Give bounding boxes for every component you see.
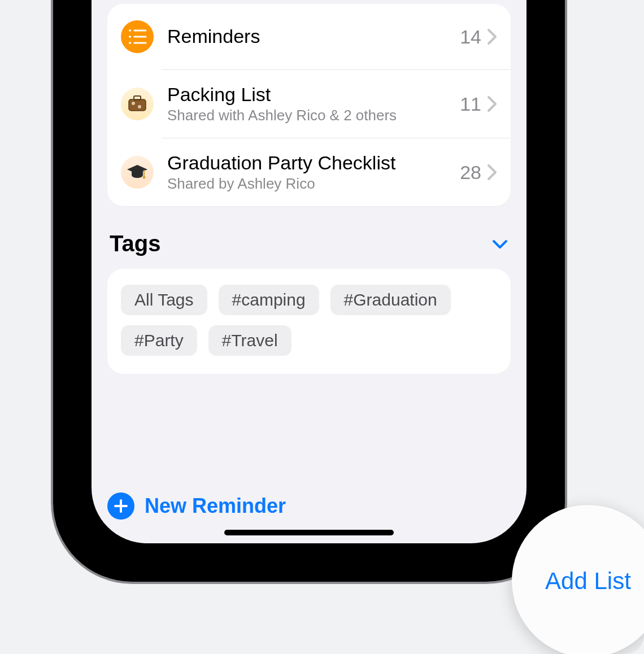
section-title-tags: Tags <box>110 231 160 256</box>
list-row-texts: Packing List Shared with Ashley Rico & 2… <box>167 84 460 124</box>
my-lists-card: Reminders 14 <box>107 4 511 206</box>
list-subtitle: Shared with Ashley Rico & 2 others <box>167 107 460 124</box>
tag-pill[interactable]: #Graduation <box>330 285 451 315</box>
new-reminder-button[interactable]: New Reminder <box>107 492 286 520</box>
tag-pill[interactable]: #Party <box>121 325 197 356</box>
tag-pill[interactable]: #camping <box>219 285 319 315</box>
tags-card: All Tags #camping #Graduation #Party #Tr… <box>107 269 511 374</box>
svg-point-1 <box>129 36 131 38</box>
svg-point-0 <box>129 29 131 32</box>
list-count: 14 <box>460 26 481 48</box>
phone-frame: My Lists <box>53 0 565 582</box>
list-row-packing[interactable]: Packing List Shared with Ashley Rico & 2… <box>162 69 511 138</box>
chevron-down-icon <box>491 238 508 250</box>
svg-point-9 <box>132 102 135 105</box>
chevron-right-icon <box>487 28 497 45</box>
svg-point-2 <box>129 42 131 44</box>
chevron-right-icon <box>487 95 497 112</box>
list-icon <box>121 20 154 53</box>
svg-point-10 <box>138 105 141 108</box>
list-name: Graduation Party Checklist <box>167 152 460 174</box>
bottom-toolbar: New Reminder <box>107 492 511 520</box>
new-reminder-label: New Reminder <box>145 494 286 518</box>
list-row-reminders[interactable]: Reminders 14 <box>121 4 511 69</box>
home-indicator[interactable] <box>224 530 394 535</box>
list-name: Packing List <box>167 84 460 106</box>
app-screen: My Lists <box>92 0 526 543</box>
chevron-right-icon <box>487 164 497 181</box>
tags-header[interactable]: Tags <box>110 231 508 256</box>
list-count: 11 <box>460 93 481 115</box>
list-name: Reminders <box>167 25 460 47</box>
tag-pill[interactable]: All Tags <box>121 285 207 315</box>
list-count: 28 <box>460 162 481 184</box>
suitcase-icon <box>121 88 154 120</box>
svg-rect-6 <box>129 99 146 111</box>
list-row-texts: Graduation Party Checklist Shared by Ash… <box>167 152 460 193</box>
plus-circle-icon <box>107 492 134 520</box>
grad-cap-icon <box>121 156 154 189</box>
phone-frame-inner: My Lists <box>67 0 551 568</box>
tag-pill[interactable]: #Travel <box>208 325 291 356</box>
list-subtitle: Shared by Ashley Rico <box>167 175 460 193</box>
list-row-graduation[interactable]: Graduation Party Checklist Shared by Ash… <box>162 138 511 206</box>
svg-point-12 <box>143 176 146 179</box>
list-row-texts: Reminders <box>167 25 460 47</box>
add-list-label: Add List <box>545 568 631 595</box>
